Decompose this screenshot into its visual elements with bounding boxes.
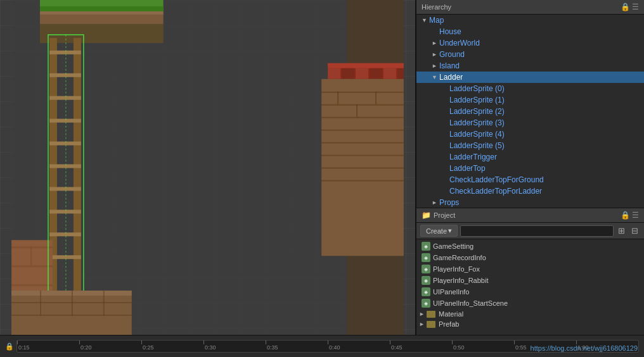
ruler-mark-label: 0:45 [391,344,402,351]
hierarchy-header: Hierarchy 🔒 ☰ [416,0,644,15]
file-icon: ◈ [422,276,430,285]
folder-label: Prefab [439,320,459,328]
hierarchy-item-laddertop[interactable]: LadderTop [416,163,644,174]
hierarchy-title: Hierarchy [422,3,451,11]
menu-icon[interactable]: ☰ [632,3,639,11]
svg-rect-12 [49,119,81,123]
expand-arrow: ► [432,63,439,69]
svg-rect-57 [72,291,73,316]
svg-rect-11 [49,96,81,100]
hierarchy-item-island[interactable]: ► Island [416,60,644,72]
expand-arrow: ▼ [432,74,439,80]
svg-rect-56 [40,291,41,316]
timeline-lock-icon[interactable]: 🔒 [5,342,14,351]
hierarchy-item-ladder[interactable]: ▼ Ladder [416,72,644,83]
project-toolbar: Create ▾ ⊞ ⊟ [416,223,644,239]
project-item-label: PlayerInfo_Rabbit [433,277,488,284]
project-folder-material[interactable]: ► Material [416,309,644,319]
file-icon: ◈ [422,265,430,273]
svg-rect-36 [383,68,396,79]
hierarchy-item-laddersprite0[interactable]: LadderSprite (0) [416,83,644,94]
project-item-uipanelinfo_startscene[interactable]: ◈ UIPanelInfo_StartScene [416,298,644,309]
hierarchy-item-label: LadderSprite (5) [449,141,505,150]
project-view-icon[interactable]: ⊞ [616,225,627,236]
right-panel: Hierarchy 🔒 ☰ ▼ Map House ► UnderWorld ►… [416,0,644,335]
ruler-mark: 0:20 [79,340,141,351]
folder-icon [427,311,435,318]
svg-rect-47 [337,92,338,104]
project-item-playerinfo_rabbit[interactable]: ◈ PlayerInfo_Rabbit [416,275,644,286]
project-panel: 📁 Project 🔒 ☰ Create ▾ ⊞ ⊟ [416,208,644,335]
hierarchy-item-ground[interactable]: ► Ground [416,49,644,60]
project-header-icons: 🔒 ☰ [621,211,639,220]
ruler-mark: 0:40 [328,340,390,351]
project-list: ◈ GameSetting ◈ GameRecordInfo ◈ PlayerI… [416,241,644,329]
hierarchy-item-label: LadderSprite (1) [449,96,505,104]
main-area: Hierarchy 🔒 ☰ ▼ Map House ► UnderWorld ►… [0,0,644,335]
hierarchy-panel: Hierarchy 🔒 ☰ ▼ Map House ► UnderWorld ►… [416,0,644,208]
svg-rect-39 [321,92,404,93]
hierarchy-item-laddersprite1[interactable]: LadderSprite (1) [416,94,644,106]
project-item-playerinfo_fox[interactable]: ◈ PlayerInfo_Fox [416,263,644,275]
hierarchy-item-laddersprite2[interactable]: LadderSprite (2) [416,106,644,117]
svg-rect-13 [49,142,81,146]
svg-rect-33 [342,68,354,79]
scene-view [0,0,416,335]
svg-rect-9 [49,51,81,54]
hierarchy-item-map[interactable]: ▼ Map [416,15,644,26]
project-content: ◈ GameSetting ◈ GameRecordInfo ◈ PlayerI… [416,239,644,335]
svg-rect-35 [370,68,382,79]
expand-arrow: ▼ [422,17,429,23]
svg-rect-48 [356,104,357,117]
hierarchy-item-laddersprite3[interactable]: LadderSprite (3) [416,117,644,128]
svg-rect-45 [321,168,404,169]
hierarchy-item-label: Ladder [439,73,463,82]
project-item-uipanelinfo[interactable]: ◈ UIPanelInfo [416,286,644,298]
svg-rect-44 [321,155,404,156]
folder-label: Material [439,310,463,318]
hierarchy-item-house[interactable]: House [416,26,644,37]
expand-arrow: ► [432,40,439,46]
lock-icon[interactable]: 🔒 [621,3,630,11]
folder-arrow: ► [419,311,425,317]
project-menu-icon[interactable]: ☰ [632,211,639,220]
svg-rect-17 [49,232,81,236]
hierarchy-item-checkLadderTopForGround[interactable]: CheckLadderTopForGround [416,174,644,185]
project-lock-icon[interactable]: 🔒 [621,211,630,220]
project-item-label: UIPanelInfo [433,288,469,296]
svg-rect-22 [11,284,53,286]
file-icon: ◈ [422,253,430,262]
hierarchy-item-laddersprite5[interactable]: LadderSprite (5) [416,140,644,151]
hierarchy-item-laddertrigger[interactable]: LadderTrigger [416,151,644,163]
create-button[interactable]: Create ▾ [420,225,458,237]
svg-rect-23 [30,246,32,265]
project-item-label: UIPanelInfo_StartScene [433,299,508,307]
project-item-gamerecordinfo[interactable]: ◈ GameRecordInfo [416,252,644,263]
ruler-mark: 0:50 [452,340,514,351]
project-folder-prefab[interactable]: ► Prefab [416,319,644,329]
project-header: 📁 Project 🔒 ☰ [416,208,644,223]
hierarchy-item-checkLadderTopForLadder[interactable]: CheckLadderTopForLadder [416,185,644,197]
svg-rect-40 [321,104,404,106]
hierarchy-item-label: LadderSprite (0) [449,84,505,93]
project-filter-icon[interactable]: ⊟ [629,225,640,236]
expand-arrow: ► [432,199,439,206]
svg-rect-31 [328,63,404,68]
project-item-gamesetting[interactable]: ◈ GameSetting [416,241,644,252]
svg-rect-41 [321,117,404,118]
project-item-label: PlayerInfo_Fox [433,265,480,273]
hierarchy-item-props[interactable]: ► Props [416,197,644,208]
ruler-mark-label: 0:35 [267,344,278,351]
project-item-label: GameSetting [433,242,473,250]
expand-arrow: ► [432,51,439,58]
svg-rect-42 [321,130,404,131]
svg-rect-43 [321,142,404,144]
ruler-mark-label: 0:20 [80,344,92,351]
hierarchy-item-underworld[interactable]: ► UnderWorld [416,37,644,49]
watermark-link[interactable]: https://blog.csdn.net/wjj616806129 [531,344,638,352]
project-search-input[interactable] [460,225,614,237]
hierarchy-item-label: House [439,27,461,36]
hierarchy-item-label: UnderWorld [439,39,480,47]
hierarchy-header-icons: 🔒 ☰ [621,3,639,11]
hierarchy-item-laddersprite4[interactable]: LadderSprite (4) [416,128,644,140]
